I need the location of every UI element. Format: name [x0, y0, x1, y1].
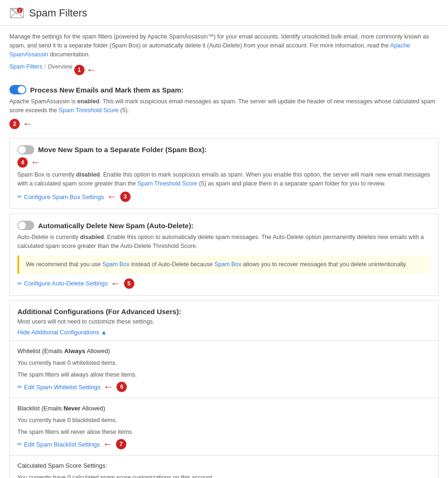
additional-config-container: Additional Configurations (For Advanced …	[9, 301, 439, 478]
whitelist-line1: You currently have 0 whitelisted items.	[17, 359, 431, 368]
page-header: ! Spam Filters	[0, 0, 448, 26]
whitelist-title-before: Whitelist (Emails	[17, 347, 64, 355]
spambox-warning-link2[interactable]: Spam Box	[214, 261, 241, 268]
spambox-toggle-thumb	[18, 146, 26, 154]
annotation-6: 6	[116, 382, 127, 392]
spambox-toggle-wrapper	[17, 145, 34, 154]
autodelete-content: Automatically Delete New Spam (Auto-Dele…	[10, 214, 438, 295]
spambox-content: Move New Spam to a Separate Folder (Spam…	[10, 139, 438, 209]
spambox-title: Move New Spam to a Separate Folder (Spam…	[38, 146, 207, 154]
autodelete-title: Automatically Delete New Spam (Auto-Dele…	[38, 222, 193, 230]
annotation-5: 5	[124, 278, 134, 289]
autodelete-section: Automatically Delete New Spam (Auto-Dele…	[9, 214, 439, 295]
whitelist-always-text: Always	[64, 347, 85, 355]
spam-threshold-link-2[interactable]: Spam Threshold Score	[138, 180, 198, 187]
spam-italic: spam	[309, 180, 324, 187]
additional-config-subtitle: Most users will not need to customize th…	[17, 317, 431, 326]
additional-config-header: Additional Configurations (For Advanced …	[10, 301, 438, 341]
autodelete-warning: We recommend that you use Spam Box inste…	[17, 255, 431, 274]
pencil-icon-1: ✏	[17, 193, 22, 200]
annotation-3: 3	[120, 192, 131, 202]
arrow-1: ←	[86, 65, 97, 75]
spambox-warning-link1[interactable]: Spam Box	[102, 261, 130, 268]
spambox-toggle[interactable]	[17, 145, 34, 154]
spambox-configure-row: ✏ Configure Spam Box Settings ← 3	[17, 192, 431, 202]
autodelete-toggle[interactable]	[17, 221, 34, 230]
autodelete-configure-row: ✏ Configure Auto-Delete Settings ← 5	[17, 278, 431, 289]
process-toggle[interactable]	[9, 85, 26, 94]
blacklist-title-after: Allowed)	[80, 405, 105, 412]
breadcrumb: Spam Filters / Overview	[9, 63, 72, 70]
page-wrapper: ! Spam Filters Manage the settings for t…	[0, 0, 448, 478]
page-title: Spam Filters	[29, 7, 87, 19]
configure-autodelete-link[interactable]: ✏ Configure Auto-Delete Settings	[17, 280, 108, 287]
arrow-2: ←	[23, 119, 33, 129]
additional-config-title: Additional Configurations (For Advanced …	[17, 308, 431, 316]
blacklist-edit-label: Edit Spam Blacklist Settings	[24, 441, 100, 448]
spambox-disabled-text: disabled	[76, 171, 100, 178]
autodelete-disabled-text: disabled	[80, 234, 104, 240]
whitelist-section: Whitelist (Emails Always Allowed) You cu…	[10, 341, 438, 398]
hide-link-label: Hide Additional Configurations	[17, 329, 99, 336]
annotation-1: 1	[74, 65, 85, 75]
autodelete-body: Auto-Delete is currently disabled. Enabl…	[17, 233, 431, 251]
whitelist-title-after: Allowed)	[85, 347, 110, 355]
arrow-7: ←	[103, 439, 113, 449]
configure-autodelete-label: Configure Auto-Delete Settings	[24, 280, 108, 287]
pencil-icon-4: ✏	[17, 441, 22, 447]
blacklist-title-before: Blacklist (Emails	[17, 405, 63, 412]
whitelist-edit-link[interactable]: ✏ Edit Spam Whitelist Settings	[17, 384, 100, 391]
process-body-text: Apache SpamAssassin is enabled. This wil…	[9, 97, 439, 115]
spambox-arrow-4: 4 ←	[17, 157, 431, 168]
configure-spambox-link[interactable]: ✏ Configure Spam Box Settings	[17, 193, 104, 200]
arrow-4: ←	[31, 157, 41, 168]
hide-additional-link[interactable]: Hide Additional Configurations ▲	[17, 329, 107, 336]
hide-link-icon: ▲	[101, 329, 107, 336]
whitelist-line2: The spam filters will always allow these…	[17, 370, 431, 379]
blacklist-title-text: Blacklist (Emails Never Allowed)	[17, 404, 431, 413]
apache-link[interactable]: Apache SpamAssassin	[9, 42, 410, 58]
breadcrumb-row: Spam Filters / Overview 1 ←	[9, 63, 439, 77]
process-annotation-row: 2 ←	[9, 119, 439, 129]
arrow-6: ←	[103, 382, 114, 392]
process-section-header: Process New Emails and Mark them as Spam…	[9, 80, 439, 133]
blacklist-section: Blacklist (Emails Never Allowed) You cur…	[10, 398, 438, 455]
whitelist-edit-label: Edit Spam Whitelist Settings	[24, 384, 100, 391]
annotation-2: 2	[9, 119, 20, 129]
breadcrumb-separator: /	[44, 63, 46, 70]
autodelete-toggle-row: Automatically Delete New Spam (Auto-Dele…	[17, 221, 431, 230]
pencil-icon-3: ✏	[17, 384, 22, 390]
blacklist-line2: The spam filters will never allow these …	[17, 428, 431, 437]
blacklist-edit-link[interactable]: ✏ Edit Spam Blacklist Settings	[17, 441, 100, 448]
annotation-7: 7	[116, 439, 126, 449]
process-section-title: Process New Emails and Mark them as Spam…	[30, 86, 184, 94]
spambox-section: Move New Spam to a Separate Folder (Spam…	[9, 138, 439, 209]
process-toggle-row: Process New Emails and Mark them as Spam…	[9, 85, 439, 94]
blacklist-edit-row: ✏ Edit Spam Blacklist Settings ← 7	[17, 439, 431, 449]
calculated-title: Calculated Spam Score Settings:	[17, 461, 431, 470]
svg-text:!: !	[19, 8, 21, 13]
breadcrumb-spam-filters[interactable]: Spam Filters	[9, 63, 42, 70]
pencil-icon-2: ✏	[17, 280, 22, 287]
arrow-3: ←	[107, 192, 117, 202]
blacklist-never-text: Never	[63, 405, 80, 412]
spambox-body: Spam Box is currently disabled. Enable t…	[17, 170, 431, 188]
calculated-line1: You currently have 0 calculated spam sco…	[17, 473, 431, 478]
configure-spambox-label: Configure Spam Box Settings	[24, 193, 104, 200]
content-area: Manage the settings for the spam filters…	[0, 26, 448, 478]
spam-filters-icon: !	[9, 6, 24, 21]
spam-threshold-link[interactable]: Spam Threshold Score	[59, 107, 119, 114]
process-enabled-text: enabled	[77, 98, 100, 105]
whitelist-title-text: Whitelist (Emails Always Allowed)	[17, 347, 431, 356]
breadcrumb-overview: Overview	[48, 63, 72, 70]
arrow-5: ←	[111, 278, 121, 289]
description-text: Manage the settings for the spam filters…	[9, 32, 439, 59]
spambox-toggle-row: Move New Spam to a Separate Folder (Spam…	[17, 145, 431, 154]
annotation-4: 4	[17, 157, 28, 168]
whitelist-edit-row: ✏ Edit Spam Whitelist Settings ← 6	[17, 382, 431, 392]
blacklist-line1: You currently have 0 blacklisted items.	[17, 416, 431, 425]
calculated-section: Calculated Spam Score Settings: You curr…	[10, 455, 438, 478]
